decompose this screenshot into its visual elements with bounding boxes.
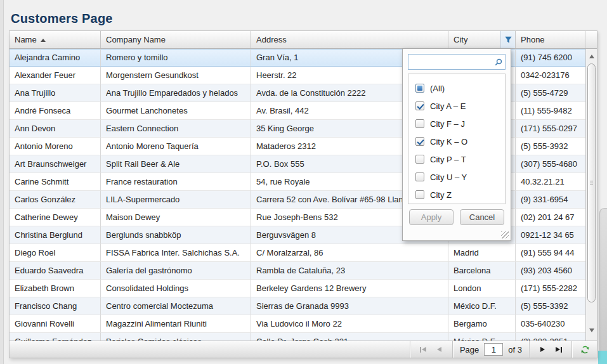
cell-company: Morgenstern Gesundkost [101, 67, 251, 84]
column-label: Phone [521, 31, 545, 48]
cell-phone: (307) 555-4680 [516, 155, 585, 173]
magnifier-icon [494, 58, 502, 69]
table-row[interactable]: Eduardo Saavedra Galería del gastrónomo … [10, 262, 585, 280]
checkbox[interactable] [415, 137, 424, 146]
column-header-address[interactable]: Address [251, 31, 448, 48]
cell-name: André Fonseca [10, 102, 101, 120]
cell-company: Consolidated Holdings [101, 280, 251, 297]
pager-separator [452, 341, 453, 358]
filter-item-label: City F – J [430, 119, 465, 129]
cell-name: Ana Trujillo [10, 84, 101, 102]
checkbox[interactable] [415, 172, 424, 181]
column-label: Company Name [106, 31, 166, 48]
first-page-icon [422, 347, 426, 352]
scroll-down-button[interactable] [586, 325, 597, 335]
cell-company: Centro comercial Moctezuma [101, 297, 251, 315]
cell-phone: (5) 555-3392 [516, 297, 585, 315]
filter-list-item[interactable]: City F – J [408, 115, 505, 133]
last-page-icon [561, 347, 562, 353]
filter-list-item[interactable]: (All) [408, 79, 505, 97]
column-header-name[interactable]: Name [10, 31, 101, 48]
first-page-button[interactable] [415, 342, 431, 356]
scroll-up-button[interactable] [586, 51, 597, 62]
cell-address: Rambla de Cataluña, 23 [251, 262, 448, 280]
cell-name: Carine Schmitt [10, 173, 101, 191]
city-filter-button[interactable] [500, 31, 515, 48]
cell-phone: (2) 283-2951 [516, 333, 585, 341]
resize-grip[interactable] [501, 231, 509, 238]
checkbox[interactable] [415, 155, 424, 164]
filter-list-item[interactable]: City K – O [408, 133, 505, 150]
cell-name: Eduardo Saavedra [10, 262, 101, 280]
filter-list-item[interactable]: City P – T [408, 150, 505, 168]
checkbox[interactable] [415, 84, 424, 93]
cell-address: Berkeley Gardens 12 Brewery [251, 280, 448, 297]
page-label: Page [460, 345, 479, 354]
city-filter-popup: (All) City A – E City F – J City K – O C… [402, 48, 511, 241]
cell-name: Carlos González [10, 191, 101, 209]
filter-item-label: (All) [430, 84, 445, 93]
funnel-icon [504, 36, 512, 44]
column-label: Name [15, 31, 37, 48]
last-page-button[interactable] [551, 342, 567, 356]
arrow-up-icon [589, 55, 594, 58]
filter-item-label: City Z [430, 190, 452, 200]
cell-phone: (5) 555-4729 [516, 84, 585, 102]
scrollbar-thumb[interactable] [587, 63, 596, 302]
scrollbar-grip-icon [590, 181, 593, 185]
filter-list-item[interactable]: City A – E [408, 97, 505, 115]
filter-list: (All) City A – E City F – J City K – O C… [408, 74, 506, 204]
cell-name: Art Braunschweiger [10, 155, 101, 173]
cell-phone: (5) 555-3932 [516, 138, 585, 155]
grid-header: Name Company Name Address City Phone [10, 31, 597, 49]
table-row[interactable]: Giovanni Rovelli Magazzini Alimentari Ri… [10, 315, 585, 333]
column-header-city[interactable]: City [448, 31, 516, 48]
table-row[interactable]: Guillermo Fernández Pericles Comidas clá… [10, 333, 585, 341]
filter-list-item[interactable]: City Z [408, 186, 505, 204]
cell-address: Sierras de Granada 9993 [251, 297, 448, 315]
filter-item-label: City U – Y [430, 172, 467, 182]
cell-phone: (93) 203 4560 [516, 262, 585, 280]
pager-separator [529, 341, 530, 358]
cell-name: Diego Roel [10, 244, 101, 262]
column-header-phone[interactable]: Phone [516, 31, 585, 48]
cell-company: Maison Dewey [101, 209, 251, 226]
background-teal-accent [598, 351, 607, 364]
cell-name: Christina Berglund [10, 226, 101, 244]
checkbox[interactable] [415, 101, 424, 110]
filter-search-input[interactable] [408, 54, 506, 70]
filter-list-item[interactable]: City U – Y [408, 168, 505, 186]
column-label: City [454, 31, 467, 48]
cell-company: LILA-Supermercado [101, 191, 251, 209]
next-page-button[interactable] [534, 342, 551, 356]
table-row[interactable]: Francisco Chang Centro comercial Moctezu… [10, 297, 585, 315]
cell-address: C/ Moralzarzal, 86 [251, 244, 448, 262]
cell-name: Catherine Dewey [10, 209, 101, 226]
header-filler [585, 31, 597, 48]
page-number-input[interactable] [484, 343, 503, 356]
cell-name: Ann Devon [10, 120, 101, 138]
cell-phone: (9) 331-6954 [516, 191, 585, 209]
column-header-company[interactable]: Company Name [101, 31, 251, 48]
previous-page-button[interactable] [431, 342, 448, 356]
filter-item-label: City P – T [430, 155, 466, 164]
arrow-down-icon [589, 328, 594, 332]
refresh-button[interactable] [577, 342, 593, 356]
apply-button[interactable]: Apply [409, 209, 454, 225]
cell-city: México D.F. [448, 333, 516, 341]
cell-address: Calle Dr. Jorge Cash 321 [251, 333, 448, 341]
cell-city: Madrid [448, 244, 516, 262]
vertical-scrollbar[interactable] [585, 49, 597, 341]
first-page-icon [420, 347, 421, 353]
cancel-button[interactable]: Cancel [460, 209, 504, 225]
cell-address: Via Ludovico il Moro 22 [251, 315, 448, 333]
cell-name: Alejandra Camino [10, 49, 101, 67]
cell-phone: (171) 555-2282 [516, 280, 585, 297]
checkbox[interactable] [415, 119, 424, 128]
cell-company: France restauration [101, 173, 251, 191]
background-decoration [599, 208, 607, 353]
page-title: Customers Page [11, 11, 113, 26]
checkbox[interactable] [415, 190, 424, 199]
table-row[interactable]: Elizabeth Brown Consolidated Holdings Be… [10, 280, 585, 297]
table-row[interactable]: Diego Roel FISSA Fabrica Inter. Salchich… [10, 244, 585, 262]
